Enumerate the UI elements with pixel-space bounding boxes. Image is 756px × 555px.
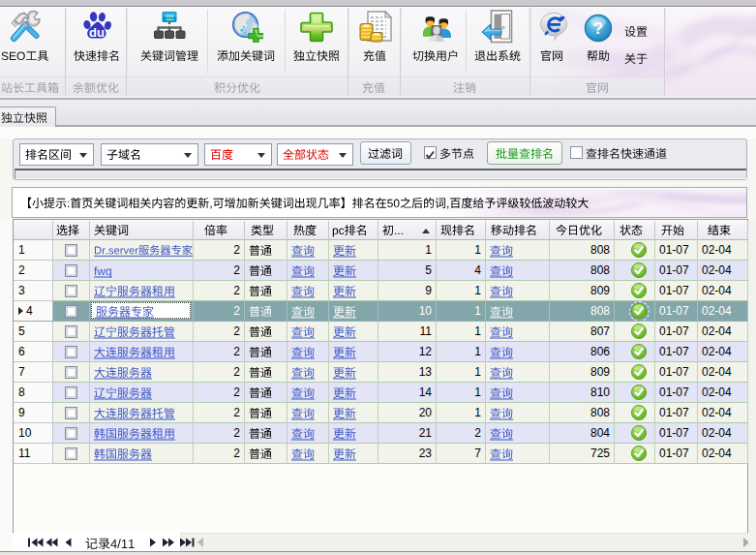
svg-text:?: ? <box>593 19 603 38</box>
svg-text:du: du <box>89 25 105 40</box>
